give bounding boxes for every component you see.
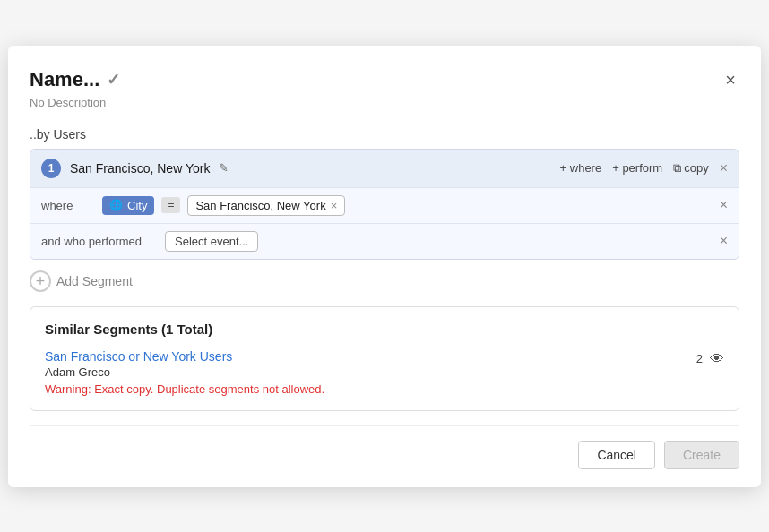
create-button[interactable]: Create	[664, 441, 739, 469]
perform-action-button[interactable]: + perform	[612, 161, 662, 175]
segment-close-button[interactable]: ×	[720, 160, 728, 176]
modal-title-text: Name...	[30, 68, 99, 91]
close-button[interactable]: ×	[721, 67, 739, 92]
who-performed-row: and who performed Select event... ×	[30, 223, 739, 259]
add-circle-icon: +	[30, 270, 51, 292]
where-label: where	[41, 199, 95, 212]
similar-item-right: 2 👁	[696, 351, 724, 367]
segment-header-left: 1 San Francisco, New York ✎	[41, 159, 229, 178]
equals-badge: =	[161, 197, 180, 213]
similar-segment-link[interactable]: San Francisco or New York Users	[45, 349, 324, 364]
copy-action-button[interactable]: ⧉ copy	[673, 161, 708, 176]
modal-header: Name... ✓ ×	[30, 67, 739, 92]
similar-count: 2	[696, 352, 703, 365]
copy-label: copy	[684, 161, 708, 175]
value-tag-text: San Francisco, New York	[195, 199, 325, 212]
copy-icon: ⧉	[673, 161, 681, 176]
cancel-button[interactable]: Cancel	[578, 441, 655, 469]
city-tag-label: City	[127, 199, 147, 212]
similar-item-left: San Francisco or New York Users Adam Gre…	[45, 349, 324, 396]
where-action-button[interactable]: + where	[560, 161, 602, 175]
similar-author: Adam Greco	[45, 365, 324, 379]
edit-icon[interactable]: ✎	[219, 161, 229, 175]
segment-block: 1 San Francisco, New York ✎ + where + pe…	[30, 149, 739, 260]
eye-icon: 👁	[710, 351, 724, 367]
modal-title-group: Name... ✓	[30, 68, 120, 91]
value-tag-close-button[interactable]: ×	[331, 199, 338, 212]
similar-segments-box: Similar Segments (1 Total) San Francisco…	[30, 306, 739, 411]
add-segment-button[interactable]: + Add Segment	[30, 270, 133, 292]
segment-section-label: ..by Users	[30, 127, 739, 142]
modal-footer: Cancel Create	[30, 425, 739, 487]
modal-description: No Description	[30, 96, 739, 109]
where-row-close-button[interactable]: ×	[720, 197, 728, 213]
add-segment-label: Add Segment	[56, 274, 133, 288]
where-row: where 🌐 City = San Francisco, New York ×…	[30, 187, 739, 223]
and-who-performed-label: and who performed	[41, 235, 158, 248]
modal-container: Name... ✓ × No Description ..by Users 1 …	[8, 46, 761, 487]
add-segment-row: + Add Segment	[30, 270, 739, 292]
check-icon: ✓	[107, 70, 120, 90]
segment-actions: + where + perform ⧉ copy ×	[560, 160, 728, 176]
globe-icon: 🌐	[109, 199, 123, 211]
select-event-button[interactable]: Select event...	[165, 231, 258, 252]
who-performed-close-button[interactable]: ×	[720, 233, 728, 249]
segment-header: 1 San Francisco, New York ✎ + where + pe…	[30, 150, 739, 187]
similar-segments-title: Similar Segments (1 Total)	[45, 322, 724, 337]
similar-item: San Francisco or New York Users Adam Gre…	[45, 349, 724, 396]
segment-number: 1	[41, 159, 61, 178]
similar-warning: Warning: Exact copy. Duplicate segments …	[45, 382, 324, 396]
city-tag[interactable]: 🌐 City	[102, 196, 154, 215]
value-tag: San Francisco, New York ×	[187, 195, 345, 216]
segment-title: San Francisco, New York	[70, 161, 210, 176]
